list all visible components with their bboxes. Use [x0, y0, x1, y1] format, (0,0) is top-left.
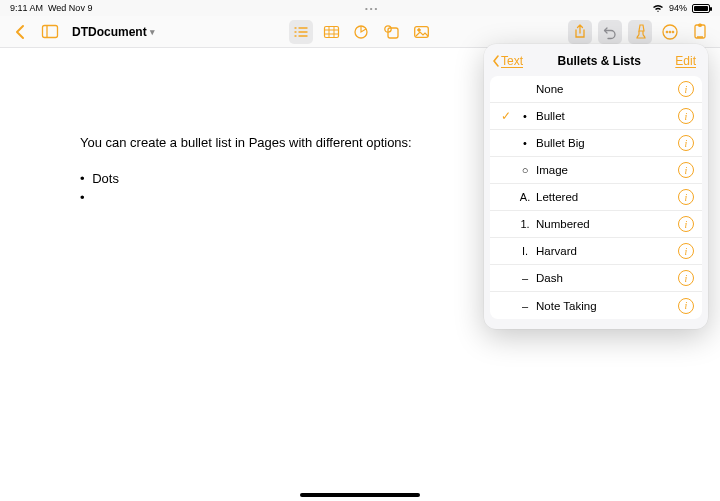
bullet-style-label: Numbered [536, 218, 678, 230]
info-icon[interactable]: i [678, 216, 694, 232]
list-icon [294, 26, 308, 38]
view-list-button[interactable] [289, 20, 313, 44]
popover-back-label: Text [501, 54, 523, 68]
status-time: 9:11 AM [10, 3, 43, 13]
info-icon[interactable]: i [678, 162, 694, 178]
bullet-style-row[interactable]: ✓•Bulleti [490, 103, 702, 130]
svg-point-17 [418, 28, 421, 31]
document-settings-button[interactable] [688, 20, 712, 44]
bullet-style-label: None [536, 83, 678, 95]
bullet-style-label: Dash [536, 272, 678, 284]
bullet-style-label: Bullet [536, 110, 678, 122]
svg-point-21 [672, 31, 674, 33]
bullet-style-label: Note Taking [536, 300, 678, 312]
popover-header: Text Bullets & Lists Edit [484, 44, 708, 76]
info-icon[interactable]: i [678, 298, 694, 314]
bullet-style-label: Bullet Big [536, 137, 678, 149]
sidebar-toggle-button[interactable] [38, 20, 62, 44]
bullets-lists-popover: Text Bullets & Lists Edit Nonei✓•Bulleti… [484, 44, 708, 329]
svg-rect-23 [699, 24, 702, 27]
wifi-icon [652, 4, 664, 13]
bullet-style-label: Harvard [536, 245, 678, 257]
bullet-style-row[interactable]: ○Imagei [490, 157, 702, 184]
bullet-marker: 1. [514, 218, 536, 230]
insert-media-button[interactable] [409, 20, 433, 44]
document-title[interactable]: DTDocument ▾ [72, 25, 155, 39]
bullet-style-row[interactable]: 1.Numberedi [490, 211, 702, 238]
bullet-style-row[interactable]: –Note Takingi [490, 292, 702, 319]
bullet-marker: – [514, 300, 536, 312]
chevron-left-icon [14, 25, 26, 39]
svg-rect-0 [43, 26, 58, 38]
sidebar-icon [42, 25, 58, 38]
bullet-marker: ○ [514, 164, 536, 176]
info-icon[interactable]: i [678, 270, 694, 286]
table-icon [324, 26, 339, 38]
document-icon [694, 24, 706, 39]
info-icon[interactable]: i [678, 81, 694, 97]
more-button[interactable] [658, 20, 682, 44]
chart-icon [354, 25, 368, 39]
info-icon[interactable]: i [678, 243, 694, 259]
popover-edit-button[interactable]: Edit [675, 54, 696, 68]
popover-back-button[interactable]: Text [492, 54, 523, 68]
format-brush-button[interactable] [628, 20, 652, 44]
bullet-marker: • [514, 137, 536, 149]
svg-rect-8 [324, 26, 338, 37]
chevron-left-icon [492, 55, 500, 67]
bullet-marker: I. [514, 245, 536, 257]
bullet-marker: – [514, 272, 536, 284]
undo-button[interactable] [598, 20, 622, 44]
brush-icon [634, 24, 647, 39]
multitask-dots[interactable]: ••• [365, 4, 379, 13]
bullet-style-row[interactable]: •Bullet Bigi [490, 130, 702, 157]
bullet-style-row[interactable]: I.Harvardi [490, 238, 702, 265]
battery-icon [692, 4, 710, 13]
status-date: Wed Nov 9 [48, 3, 92, 13]
svg-rect-14 [388, 28, 398, 38]
view-chart-button[interactable] [349, 20, 373, 44]
back-button[interactable] [8, 20, 32, 44]
insert-shape-button[interactable] [379, 20, 403, 44]
svg-point-19 [666, 31, 668, 33]
undo-icon [603, 25, 617, 39]
bullet-style-row[interactable]: A.Letteredi [490, 184, 702, 211]
svg-point-20 [669, 31, 671, 33]
bullet-marker: A. [514, 191, 536, 203]
bullet-style-row[interactable]: Nonei [490, 76, 702, 103]
popover-title: Bullets & Lists [557, 54, 640, 68]
view-table-button[interactable] [319, 20, 343, 44]
info-icon[interactable]: i [678, 189, 694, 205]
bullet-marker: • [514, 110, 536, 122]
more-icon [662, 24, 678, 40]
document-title-text: DTDocument [72, 25, 147, 39]
bullet-style-row[interactable]: –Dashi [490, 265, 702, 292]
bullet-style-label: Image [536, 164, 678, 176]
check-icon: ✓ [498, 109, 514, 123]
share-button[interactable] [568, 20, 592, 44]
share-icon [574, 24, 586, 39]
home-indicator[interactable] [300, 493, 420, 497]
status-bar: 9:11 AM Wed Nov 9 ••• 94% [0, 0, 720, 16]
shape-icon [384, 25, 399, 39]
status-right: 94% [652, 3, 710, 13]
status-left: 9:11 AM Wed Nov 9 [10, 3, 92, 13]
info-icon[interactable]: i [678, 108, 694, 124]
battery-percent: 94% [669, 3, 687, 13]
info-icon[interactable]: i [678, 135, 694, 151]
chevron-down-icon: ▾ [150, 27, 155, 37]
media-icon [414, 26, 429, 38]
bullet-style-list: Nonei✓•Bulleti•Bullet Bigi○ImageiA.Lette… [490, 76, 702, 319]
bullet-style-label: Lettered [536, 191, 678, 203]
